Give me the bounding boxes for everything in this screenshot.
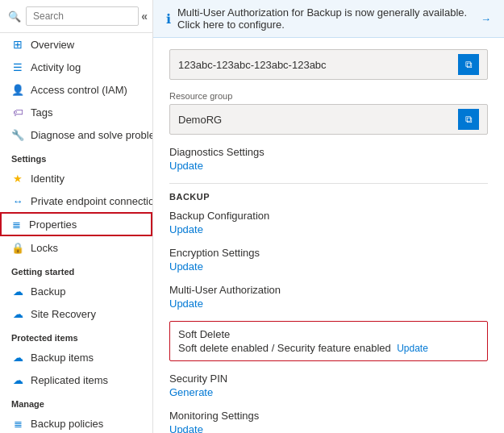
backup-config-update-link[interactable]: Update — [169, 223, 203, 235]
monitoring-title: Monitoring Settings — [169, 410, 488, 422]
backup-config-title: Backup Configuration — [169, 210, 488, 222]
sidebar-item-label: Identity — [31, 173, 65, 185]
banner-text: Multi-User Authorization for Backup is n… — [177, 6, 474, 31]
sidebar-item-label: Overview — [31, 39, 74, 51]
sidebar-item-overview[interactable]: ⊞ Overview — [0, 33, 152, 56]
main-content: ℹ Multi-User Authorization for Backup is… — [153, 0, 504, 433]
subscription-id-box: 123abc-123abc-123abc-123abc ⧉ — [169, 49, 488, 80]
sidebar: 🔍 « ⊞ Overview ☰ Activity log 👤 Access c… — [0, 0, 153, 433]
sidebar-item-locks[interactable]: 🔒 Locks — [0, 236, 152, 259]
backup-items-icon: ☁ — [11, 351, 24, 364]
sidebar-item-diagnose[interactable]: 🔧 Diagnose and solve problems — [0, 123, 152, 146]
private-endpoint-icon: ↔ — [11, 194, 24, 207]
diagnostics-settings-block: Diagnostics Settings Update — [169, 146, 488, 172]
info-icon: ℹ — [166, 11, 171, 27]
sidebar-item-replicated-items[interactable]: ☁ Replicated items — [0, 368, 152, 391]
sidebar-item-label: Diagnose and solve problems — [31, 129, 153, 141]
security-pin-block: Security PIN Generate — [169, 373, 488, 398]
content-area: 123abc-123abc-123abc-123abc ⧉ Resource g… — [153, 38, 504, 433]
sidebar-item-label: Replicated items — [31, 374, 108, 386]
sidebar-item-label: Backup policies — [31, 418, 103, 430]
copy-resource-group-button[interactable]: ⧉ — [458, 109, 479, 130]
info-banner: ℹ Multi-User Authorization for Backup is… — [153, 0, 504, 38]
tag-icon: 🏷 — [11, 106, 24, 119]
sidebar-item-label: Properties — [29, 219, 77, 231]
section-settings-label: Settings — [0, 146, 152, 167]
soft-delete-title: Soft Delete — [178, 328, 479, 340]
section-protected-label: Protected items — [0, 325, 152, 346]
grid-icon: ⊞ — [11, 38, 24, 51]
backup-section-header: BACKUP — [169, 192, 488, 202]
diagnostics-update-link[interactable]: Update — [169, 160, 203, 172]
sidebar-item-access-control[interactable]: 👤 Access control (IAM) — [0, 78, 152, 101]
mua-title: Multi-User Authorization — [169, 284, 488, 296]
sidebar-item-backup[interactable]: ☁ Backup — [0, 280, 152, 302]
soft-delete-block: Soft Delete Soft delete enabled / Securi… — [169, 321, 488, 361]
lock-icon: 🔒 — [11, 241, 24, 254]
resource-group-box: DemoRG ⧉ — [169, 104, 488, 135]
mua-block: Multi-User Authorization Update — [169, 284, 488, 310]
sidebar-item-label: Access control (IAM) — [31, 84, 127, 96]
section-getting-started-label: Getting started — [0, 259, 152, 280]
banner-link[interactable]: → — [481, 13, 491, 25]
monitoring-settings-block: Monitoring Settings Update — [169, 410, 488, 433]
backup-policies-icon: ≣ — [11, 417, 24, 430]
sidebar-item-label: Private endpoint connections — [31, 195, 153, 207]
encryption-update-link[interactable]: Update — [169, 260, 203, 273]
monitoring-update-link[interactable]: Update — [169, 423, 203, 433]
section-manage-label: Manage — [0, 391, 152, 412]
search-icon: 🔍 — [8, 10, 21, 23]
subscription-id-value: 123abc-123abc-123abc-123abc — [178, 59, 452, 71]
resource-group-label: Resource group — [169, 91, 488, 101]
encryption-title: Encryption Settings — [169, 247, 488, 259]
sidebar-item-properties[interactable]: ≣ Properties — [0, 212, 152, 236]
sidebar-item-label: Backup items — [31, 352, 94, 364]
sidebar-item-label: Activity log — [31, 61, 81, 73]
sidebar-item-backup-policies[interactable]: ≣ Backup policies — [0, 412, 152, 433]
sidebar-search-container: 🔍 « — [0, 0, 152, 33]
sidebar-nav: 🔍 « ⊞ Overview ☰ Activity log 👤 Access c… — [0, 0, 153, 433]
activity-icon: ☰ — [11, 60, 24, 73]
resource-group-field: Resource group DemoRG ⧉ — [169, 91, 488, 135]
sidebar-item-activity-log[interactable]: ☰ Activity log — [0, 56, 152, 78]
sidebar-item-label: Locks — [31, 242, 58, 254]
search-input[interactable] — [26, 6, 139, 26]
sidebar-item-private-endpoint[interactable]: ↔ Private endpoint connections — [0, 189, 152, 212]
encryption-settings-block: Encryption Settings Update — [169, 247, 488, 273]
collapse-sidebar-button[interactable]: « — [141, 10, 148, 23]
backup-config-block: Backup Configuration Update — [169, 210, 488, 235]
properties-icon: ≣ — [10, 218, 23, 231]
security-pin-title: Security PIN — [169, 373, 488, 385]
resource-group-value: DemoRG — [178, 114, 452, 126]
section-divider — [169, 183, 488, 184]
identity-icon: ★ — [11, 172, 24, 185]
replicated-icon: ☁ — [11, 373, 24, 386]
sidebar-item-label: Tags — [31, 106, 52, 119]
diagnostics-title: Diagnostics Settings — [169, 146, 488, 158]
sidebar-item-site-recovery[interactable]: ☁ Site Recovery — [0, 302, 152, 325]
access-icon: 👤 — [11, 83, 24, 96]
sidebar-item-backup-items[interactable]: ☁ Backup items — [0, 346, 152, 368]
security-pin-generate-link[interactable]: Generate — [169, 386, 213, 398]
soft-delete-update-link[interactable]: Update — [397, 343, 428, 354]
sidebar-item-label: Site Recovery — [31, 308, 96, 320]
sidebar-item-tags[interactable]: 🏷 Tags — [0, 101, 152, 123]
backup-icon: ☁ — [11, 285, 24, 298]
siterecovery-icon: ☁ — [11, 307, 24, 320]
subscription-id-field: 123abc-123abc-123abc-123abc ⧉ — [169, 49, 488, 80]
sidebar-item-identity[interactable]: ★ Identity — [0, 167, 152, 189]
sidebar-item-label: Backup — [31, 285, 65, 298]
soft-delete-desc: Soft delete enabled / Security feature e… — [178, 342, 479, 354]
diagnose-icon: 🔧 — [11, 128, 24, 141]
mua-update-link[interactable]: Update — [169, 298, 203, 310]
soft-delete-desc-text: Soft delete enabled / Security feature e… — [178, 342, 391, 354]
copy-subscription-id-button[interactable]: ⧉ — [458, 54, 479, 75]
